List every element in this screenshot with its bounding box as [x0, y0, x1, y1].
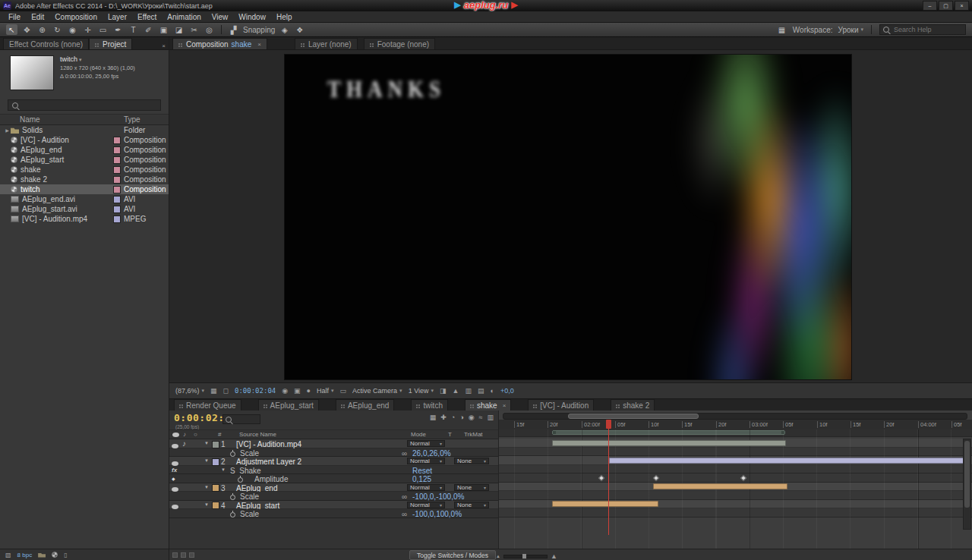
property-value[interactable]: 0,125	[412, 475, 431, 483]
brush-tool[interactable]: ✐	[143, 24, 154, 35]
layer-duration-bar[interactable]	[653, 483, 787, 489]
bpc-button[interactable]: 8 bpc	[17, 552, 33, 558]
vertical-scrollbar[interactable]	[963, 439, 971, 530]
tab-twitch[interactable]: twitch	[411, 399, 448, 411]
selection-tool[interactable]: ↖	[6, 24, 17, 35]
menu-item-help[interactable]: Help	[271, 13, 298, 21]
layer-duration-bar[interactable]	[552, 501, 658, 507]
project-item-vc-audition[interactable]: [VC] - Audition Composition	[0, 135, 169, 145]
label-color[interactable]	[113, 137, 121, 144]
live-update-icon[interactable]: ✚	[440, 414, 447, 421]
preview-comp-name[interactable]: twitch	[60, 55, 135, 63]
expand-in-out-icon[interactable]	[189, 552, 194, 558]
workspace-select[interactable]: Уроки	[838, 26, 863, 34]
label-color[interactable]	[113, 196, 121, 203]
new-composition-icon[interactable]	[52, 552, 58, 558]
channels-icon[interactable]: ●	[307, 387, 311, 395]
timeline-search[interactable]	[222, 414, 260, 424]
property-row-scale-4[interactable]: Scale ∞ -100,0,100,0%	[169, 509, 498, 518]
maximize-button[interactable]: ▢	[939, 1, 953, 11]
blend-mode-select[interactable]: Normal	[407, 502, 445, 508]
layer-row-1[interactable]: ♪ ▼ 1 [VC] - Audition.mp4 Normal	[169, 439, 498, 448]
effect-row-s-shake[interactable]: fx ▼ S_Shake Reset	[169, 466, 498, 475]
expand-transfer-controls-icon[interactable]	[181, 552, 186, 558]
work-area-bar[interactable]	[552, 430, 785, 435]
audio-icon[interactable]: ♪	[182, 439, 186, 448]
interpret-footage-icon[interactable]: ▧	[5, 552, 11, 558]
label-color[interactable]	[113, 146, 121, 154]
label-color[interactable]	[212, 441, 219, 448]
menu-item-file[interactable]: File	[3, 13, 26, 21]
project-item-aeplug-end-avi[interactable]: AEplug_end.avi AVI	[0, 194, 169, 204]
project-item-shake[interactable]: shake Composition	[0, 165, 169, 175]
tab-aeplug-end[interactable]: AEplug_end	[336, 399, 395, 411]
column-source-name[interactable]: Source Name	[239, 431, 276, 438]
scrollbar-handle[interactable]	[964, 441, 970, 508]
menu-item-window[interactable]: Window	[233, 13, 271, 21]
track-matte-select[interactable]: None	[454, 458, 489, 464]
zoom-in-mountain-icon[interactable]: ▲	[551, 552, 557, 560]
viewer-timecode[interactable]: 0:00:02:04	[235, 387, 276, 395]
rotate-tool[interactable]: ↻	[52, 24, 63, 35]
layer-name[interactable]: Adjustment Layer 2	[236, 458, 301, 466]
label-color[interactable]	[113, 176, 121, 184]
property-value[interactable]: 26,0,26,0%	[412, 449, 451, 458]
show-snapshot-icon[interactable]: ▣	[294, 387, 301, 395]
graph-editor-icon[interactable]: ▥	[487, 414, 494, 421]
column-number[interactable]: #	[218, 431, 221, 438]
pixel-aspect-icon[interactable]: ◨	[440, 387, 447, 395]
help-search-input[interactable]	[892, 25, 964, 34]
keyframe-icon[interactable]	[740, 474, 746, 480]
label-color[interactable]	[113, 166, 121, 174]
label-color[interactable]	[212, 458, 219, 466]
column-type[interactable]: Type	[124, 115, 140, 124]
menu-item-edit[interactable]: Edit	[26, 13, 49, 21]
camera-tool[interactable]: ◉	[67, 24, 78, 35]
resolution-select[interactable]: Half	[317, 387, 334, 395]
layer-name[interactable]: AEplug_end	[236, 484, 278, 492]
fast-preview-icon[interactable]: ▲	[453, 387, 459, 395]
snapshot-icon[interactable]: ◉	[282, 387, 288, 395]
property-name[interactable]: Scale	[240, 449, 259, 458]
link-dimensions-icon[interactable]: ∞	[402, 492, 407, 501]
tab-shake-2[interactable]: shake 2	[611, 399, 655, 411]
composition-canvas[interactable]: THANKS	[285, 55, 851, 379]
pen-tool[interactable]: ✒	[112, 24, 124, 35]
label-color[interactable]	[113, 156, 121, 164]
tab-project[interactable]: Project	[89, 38, 132, 49]
property-name[interactable]: Scale	[240, 510, 259, 518]
help-search[interactable]	[879, 24, 966, 35]
project-item-shake-2[interactable]: shake 2 Composition	[0, 175, 169, 184]
clone-stamp-tool[interactable]: ▣	[158, 24, 169, 35]
project-search[interactable]	[8, 99, 161, 111]
close-button[interactable]: ×	[955, 1, 969, 11]
project-item-twitch[interactable]: twitch Composition	[0, 184, 169, 194]
expand-layer-switches-icon[interactable]	[172, 552, 178, 558]
twirl-icon[interactable]: ▼	[204, 441, 209, 445]
type-tool[interactable]: T	[128, 24, 139, 35]
pan-behind-tool[interactable]: ✛	[82, 24, 93, 35]
project-item-vc-audition-mp4[interactable]: [VC] - Audition.mp4 MPEG	[0, 214, 169, 224]
motion-blur-icon[interactable]: ≈	[479, 414, 483, 421]
time-ruler[interactable]: 15f 20f 02:00f 05f 10f 15f 20f 03:00f 05…	[499, 420, 972, 430]
zoom-slider-handle[interactable]	[522, 554, 526, 558]
layer-row-2[interactable]: ▼ 2 Adjustment Layer 2 Normal None	[169, 457, 498, 466]
layer-name[interactable]: [VC] - Audition.mp4	[236, 440, 301, 448]
layer-name[interactable]: AEplug_start	[236, 502, 279, 510]
label-color[interactable]	[212, 484, 219, 492]
snapping-label[interactable]: Snapping	[243, 26, 275, 34]
layer-row-4[interactable]: ▼ 4 AEplug_start Normal None	[169, 501, 498, 510]
snap-option2-icon[interactable]: ❖	[294, 24, 305, 35]
composition-mini-flowchart-icon[interactable]: ▦	[430, 414, 437, 421]
exposure-icon[interactable]: ◐	[490, 387, 494, 395]
zoom-tool[interactable]: ⊕	[36, 24, 48, 35]
panel-close-icon[interactable]: ×	[162, 42, 166, 49]
blend-mode-select[interactable]: Normal	[407, 484, 445, 491]
grid-guides-icon[interactable]: ▦	[210, 387, 217, 395]
twirl-icon[interactable]: ▼	[204, 502, 209, 507]
label-color[interactable]	[113, 206, 121, 213]
blend-mode-select[interactable]: Normal	[407, 440, 445, 447]
twirl-icon[interactable]: ▼	[204, 458, 209, 463]
project-item-solids[interactable]: ▶ Solids Folder	[0, 125, 169, 135]
keyframe-icon[interactable]	[598, 474, 604, 480]
